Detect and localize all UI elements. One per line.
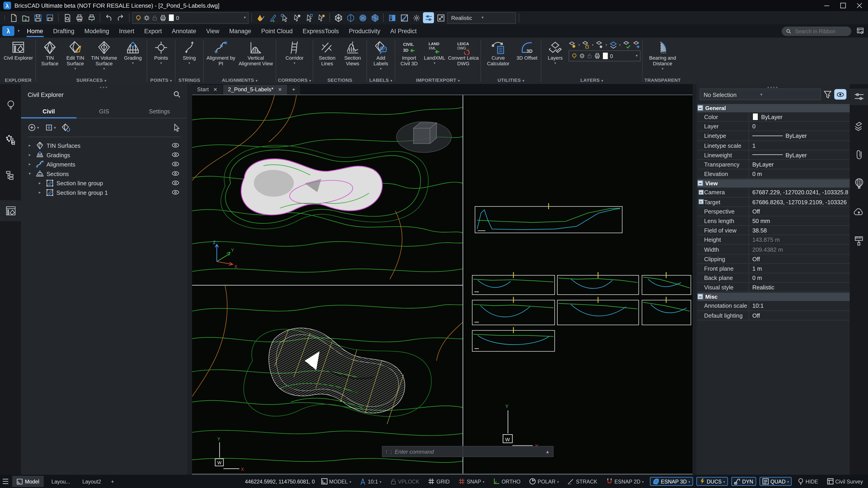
toggle-polar[interactable]: POLAR▾ (526, 477, 561, 486)
toggle-hide[interactable]: HIDE (795, 477, 821, 486)
view-cube[interactable] (397, 122, 452, 153)
adjust-panel-button[interactable] (423, 12, 434, 23)
civil-explorer-button[interactable]: Civil Explorer (3, 39, 34, 65)
expand-icon[interactable]: + (698, 199, 703, 204)
curve-calculator-button[interactable]: Curve Calculator (483, 39, 514, 71)
ribbon-group-menu-alignments[interactable]: ALIGNMENTS▾ (206, 76, 274, 84)
select-entities-button[interactable] (279, 12, 290, 23)
property-row-back-plane[interactable]: Back plane0 m (698, 273, 850, 283)
annotative-pen-button[interactable] (267, 12, 278, 23)
visual-style-wireframe-button[interactable] (333, 12, 344, 23)
layout-tab-model[interactable]: Model (12, 476, 43, 487)
tab-manage[interactable]: Manage (224, 24, 256, 38)
layer-isolate-button[interactable] (568, 41, 576, 48)
toggle-grid[interactable]: GRID (426, 477, 452, 486)
property-row-transparency[interactable]: TransparencyByLayer (698, 160, 850, 169)
import-surface-button[interactable] (61, 123, 70, 132)
tab-civil[interactable]: Civil (21, 105, 76, 119)
layer-new-button[interactable] (633, 41, 640, 48)
new-document-button[interactable]: + (287, 85, 300, 95)
model-space-viewports[interactable]: Z Y X (192, 95, 692, 474)
toggle-strack[interactable]: STRACK (565, 477, 600, 486)
open-file-button[interactable] (20, 12, 31, 23)
civil-explorer-panel-button[interactable] (0, 200, 21, 221)
maximize-button[interactable] (835, 0, 851, 11)
command-input[interactable]: Enter command (395, 449, 542, 455)
visual-style-hidden-button[interactable] (345, 12, 356, 23)
layer-lock-icon[interactable] (152, 14, 158, 21)
string-button[interactable]: String▾ (177, 39, 202, 65)
vplock-toggle[interactable]: VPLOCK (388, 477, 422, 486)
tin-volume-surface-button[interactable]: TIN Volume Surface▾ (89, 39, 120, 71)
import-button[interactable]: ▾ (44, 123, 56, 132)
toggle-quad[interactable]: QUAD▾ (759, 477, 792, 486)
ribbon-group-menu-layers[interactable]: LAYERS▾ (543, 76, 640, 84)
layer-plot-printer-icon[interactable] (594, 53, 600, 59)
new-file-button[interactable] (8, 12, 19, 23)
doc-tab-start[interactable]: Start✕ (192, 85, 222, 95)
visual-style-dropdown[interactable]: Realistic ▾ (447, 12, 516, 24)
property-row-linetype[interactable]: LinetypeByLayer (698, 131, 850, 141)
property-row-target[interactable]: +Target67686.8263, -127019.2109, -103326 (698, 197, 850, 207)
collapse-icon[interactable]: − (698, 294, 703, 299)
doc-tab-pond[interactable]: 2_Pond_5-Labels*✕ (223, 85, 287, 95)
panel-drag-handle[interactable]: ••• (100, 85, 108, 90)
render-tab-button[interactable] (850, 175, 868, 191)
collapse-icon[interactable]: − (698, 105, 703, 110)
property-row-visual-style[interactable]: Visual styleRealistic (698, 283, 850, 292)
visibility-eye-icon[interactable] (172, 143, 179, 148)
chevron-down-icon[interactable]: ▾ (244, 15, 246, 20)
grading-button[interactable]: Grading▾ (121, 39, 145, 65)
panel-drag-handle[interactable]: •••• (767, 85, 779, 90)
selection-dropdown[interactable]: No Selection ▾ (700, 89, 821, 100)
coordinates-readout[interactable]: 446224.5992, 114750.6081, 0 (245, 478, 315, 484)
visual-style-gouraud-button[interactable] (357, 12, 368, 23)
settings-gear-button[interactable] (411, 12, 422, 23)
add-entity-button[interactable]: ▾ (28, 123, 39, 132)
tree-item-section-line-group[interactable]: ▸ Section line group (21, 178, 187, 188)
annotation-scale-control[interactable]: 10:1▾ (357, 477, 384, 486)
model-paper-toggle[interactable]: MODEL▾ (318, 477, 354, 486)
points-button[interactable]: Points▾ (149, 39, 174, 65)
ribbon-group-menu-import-export[interactable]: IMPORT/EXPORT▾ (397, 76, 479, 84)
offset-3d-button[interactable]: 3D 3D Offset (515, 39, 539, 65)
collapse-icon[interactable]: − (698, 181, 703, 186)
layer-on-bulb-icon[interactable] (571, 53, 577, 59)
expand-icon[interactable]: + (698, 190, 703, 195)
property-row-camera[interactable]: +Camera67687.229, -127020.0241, -103325.… (698, 188, 850, 197)
tree-item-section-line-group-1[interactable]: ▸ Section line group 1 (21, 188, 187, 197)
attachments-tab-button[interactable] (850, 146, 868, 163)
property-row-lens-length[interactable]: Lens length50 mm (698, 216, 850, 226)
structure-panel-button[interactable] (0, 165, 21, 186)
save-as-button[interactable] (44, 12, 55, 23)
add-labels-button[interactable]: Add Labels▾ (369, 39, 393, 71)
visibility-eye-icon[interactable] (172, 190, 179, 195)
corridor-button[interactable]: Corridor▾ (282, 39, 307, 65)
edit-tin-surface-button[interactable]: Edit TIN Surface▾ (63, 39, 88, 71)
layout-tab-layout1[interactable]: Layou... (47, 476, 74, 487)
property-row-lineweight[interactable]: LineweightByLayer (698, 151, 850, 160)
tree-item-gradings[interactable]: ▸ Gradings (21, 150, 187, 160)
ribbon-group-menu-labels[interactable]: LABELS▾ (369, 76, 393, 84)
ribbon-group-menu-corridors[interactable]: CORRIDORS▾ (278, 76, 311, 84)
toggle-esnap-2d[interactable]: ESNAP 2D▾ (603, 477, 647, 486)
section-misc[interactable]: −Misc (698, 293, 850, 301)
convert-leica-dwg-button[interactable]: LEICADWG Convert Leica DWG (448, 39, 479, 71)
command-line-grip-icon[interactable]: ⁞ (386, 449, 388, 454)
layer-freeze-sun-icon[interactable] (143, 14, 150, 21)
layer-plot-printer-icon[interactable] (159, 14, 166, 21)
tree-item-tin-surfaces[interactable]: ▸ TIN Surfaces (21, 140, 187, 150)
select-bulb-button[interactable] (315, 12, 327, 23)
property-row-layer[interactable]: Layer0 (698, 122, 850, 131)
close-button[interactable] (851, 0, 868, 11)
property-row-linetype-scale[interactable]: Linetype scale1 (698, 141, 850, 150)
layer-dropdown[interactable]: 0 ▾ (132, 12, 248, 24)
section-views-button[interactable]: Section Views (340, 39, 365, 71)
tab-drafting[interactable]: Drafting (48, 24, 79, 38)
tab-point-cloud[interactable]: Point Cloud (256, 24, 298, 38)
select-cursor-button[interactable] (173, 123, 180, 132)
tab-gis[interactable]: GIS (76, 105, 132, 119)
layer-lock-button[interactable] (582, 41, 590, 48)
expand-command-history-icon[interactable]: ▲ (545, 449, 550, 454)
select-highlight-button[interactable] (291, 12, 302, 23)
